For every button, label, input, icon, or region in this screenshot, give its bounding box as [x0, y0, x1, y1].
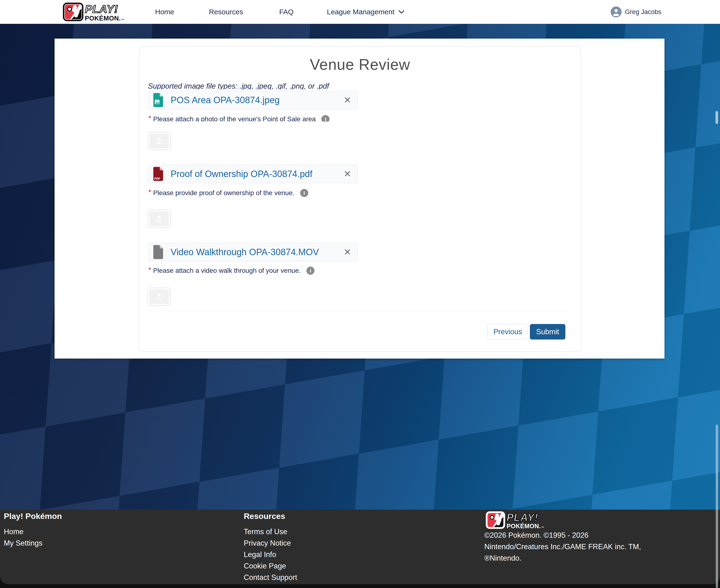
- footer-link-contact-support[interactable]: Contact Support: [244, 573, 297, 582]
- upload-button: [149, 134, 169, 148]
- upload-button: [149, 211, 169, 226]
- file-chip-pos-area: POS Area OPA-30874.jpeg ✕: [148, 91, 358, 109]
- copyright-text: ©2026 Pokémon. ©1995 - 2026 Nintendo/Cre…: [484, 530, 641, 564]
- nav-item-faq[interactable]: FAQ: [279, 0, 294, 24]
- footer-link-home[interactable]: Home: [4, 527, 24, 536]
- required-asterisk: *: [148, 267, 151, 273]
- logo-play-text: PLAY!: [85, 3, 118, 15]
- footer-logo-tm-mark: ™: [541, 526, 544, 529]
- upload-icon: [155, 215, 163, 223]
- upload-dropzone-video-walkthrough[interactable]: [148, 288, 171, 306]
- play-pokemon-logo-icon: PLAY! POKÉMON. ™: [62, 2, 134, 22]
- footer-panel: Play! Pokémon Home My Settings Resources…: [0, 510, 720, 584]
- footer-link-legal-info[interactable]: Legal Info: [244, 550, 276, 559]
- content-panel: Venue Review Supported image file types:…: [55, 39, 664, 359]
- chevron-down-icon: [398, 10, 405, 14]
- nav-item-home[interactable]: Home: [155, 0, 174, 24]
- footer: Play! Pokémon Home My Settings Resources…: [0, 510, 720, 588]
- required-asterisk: *: [148, 115, 151, 121]
- pdf-file-icon: PDF: [152, 166, 164, 182]
- requirement-pos-area: * Please attach a photo of the venue's P…: [148, 115, 482, 122]
- footer-link-my-settings[interactable]: My Settings: [4, 539, 42, 547]
- copyright-line-2: Nintendo/Creatures Inc./GAME FREAK inc. …: [484, 541, 641, 552]
- info-icon[interactable]: i: [300, 189, 308, 197]
- user-avatar-icon: [611, 6, 621, 17]
- upload-icon: [155, 137, 163, 145]
- upload-button: [149, 289, 169, 304]
- submit-button[interactable]: Submit: [530, 324, 565, 339]
- remove-file-button[interactable]: ✕: [342, 169, 353, 178]
- pdf-badge: PDF: [154, 177, 160, 180]
- form-actions: Previous Submit: [487, 324, 565, 339]
- page-title: Venue Review: [140, 56, 580, 74]
- required-asterisk: *: [148, 189, 151, 195]
- footer-logo-pokemon-text: POKÉMON.: [507, 523, 541, 529]
- scrollbar-thumb-lower[interactable]: [716, 424, 718, 588]
- remove-file-button[interactable]: ✕: [342, 96, 353, 105]
- requirement-text: Please provide proof of ownership of the…: [153, 189, 295, 197]
- file-chip-proof-of-ownership: PDF Proof of Ownership OPA-30874.pdf ✕: [148, 165, 358, 183]
- footer-heading-resources: Resources: [244, 511, 285, 521]
- upload-dropzone-proof-of-ownership[interactable]: [148, 210, 171, 228]
- nav-resources-label: Resources: [209, 8, 243, 16]
- nav-league-management-label: League Management: [327, 8, 395, 16]
- top-navigation-bar: PLAY! POKÉMON. ™ Home Resources FAQ Leag…: [0, 0, 720, 24]
- footer-logo-play-text: PLAY!: [507, 511, 538, 523]
- previous-button[interactable]: Previous: [487, 324, 528, 339]
- form-divider: [148, 311, 572, 311]
- page: PLAY! POKÉMON. ™ Home Resources FAQ Leag…: [0, 0, 720, 588]
- generic-file-icon: [152, 245, 164, 260]
- play-pokemon-logo[interactable]: PLAY! POKÉMON. ™: [62, 0, 134, 24]
- user-name: Greg Jacobs: [625, 8, 661, 16]
- info-icon[interactable]: i: [321, 115, 330, 122]
- scrollbar-thumb-upper[interactable]: [716, 111, 718, 124]
- info-icon[interactable]: i: [306, 267, 315, 275]
- footer-link-privacy-notice[interactable]: Privacy Notice: [244, 539, 291, 547]
- copyright-line-1: ©2026 Pokémon. ©1995 - 2026: [484, 530, 641, 541]
- footer-link-cookie-page[interactable]: Cookie Page: [244, 562, 286, 570]
- user-menu[interactable]: Greg Jacobs: [611, 0, 661, 24]
- remove-file-button[interactable]: ✕: [342, 248, 353, 257]
- footer-play-pokemon-logo: PLAY! POKÉMON. ™: [484, 510, 554, 530]
- nav-home-label: Home: [155, 8, 174, 16]
- file-name-link[interactable]: POS Area OPA-30874.jpeg: [171, 95, 280, 105]
- venue-review-card: Venue Review Supported image file types:…: [139, 46, 581, 352]
- requirement-proof-of-ownership: * Please provide proof of ownership of t…: [148, 189, 482, 198]
- upload-dropzone-pos-area[interactable]: [148, 132, 171, 150]
- image-file-icon: [152, 92, 164, 108]
- nav-faq-label: FAQ: [279, 8, 294, 16]
- nav-item-resources[interactable]: Resources: [209, 0, 243, 24]
- supported-file-types-note: Supported image file types: .jpg, .jpeg,…: [148, 82, 434, 89]
- logo-tm-mark: ™: [121, 18, 124, 22]
- footer-link-terms-of-use[interactable]: Terms of Use: [244, 527, 287, 536]
- requirement-video-walkthrough: * Please attach a video walk through of …: [148, 267, 482, 276]
- footer-heading-play-pokemon: Play! Pokémon: [4, 511, 62, 521]
- nav-item-league-management[interactable]: League Management: [327, 0, 405, 24]
- upload-icon: [155, 293, 163, 301]
- file-name-link[interactable]: Video Walkthrough OPA-30874.MOV: [171, 247, 319, 257]
- file-chip-video-walkthrough: Video Walkthrough OPA-30874.MOV ✕: [148, 243, 358, 261]
- file-name-link[interactable]: Proof of Ownership OPA-30874.pdf: [171, 169, 312, 179]
- copyright-line-3: ®Nintendo.: [484, 552, 641, 564]
- logo-pokemon-text: POKÉMON.: [85, 15, 121, 22]
- requirement-text: Please attach a photo of the venue's Poi…: [153, 115, 316, 122]
- requirement-text: Please attach a video walk through of yo…: [153, 267, 301, 275]
